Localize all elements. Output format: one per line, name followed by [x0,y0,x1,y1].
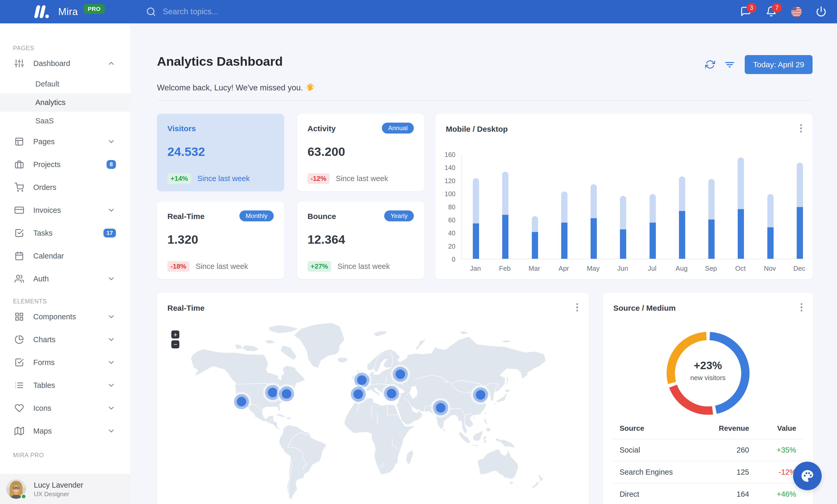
palette-icon [800,469,814,483]
sidebar-item-auth[interactable]: Auth [0,267,130,290]
user-role: UX Designer [34,490,83,498]
sliders-icon [15,59,24,68]
table-row-direct[interactable]: Direct 164 +46% [613,483,803,504]
sidebar-subitem-analytics[interactable]: Analytics [0,93,130,112]
bar-chart-y-tick: 40 [434,229,456,237]
sidebar-item-dashboard[interactable]: Dashboard [0,52,130,75]
sidebar-item-components[interactable]: Components [0,305,130,328]
sidebar-item-orders[interactable]: Orders [0,176,130,199]
map-marker-los-angeles[interactable] [232,392,251,411]
sidebar-item-maps[interactable]: Maps [0,419,130,443]
sidebar-item-tasks[interactable]: Tasks17 [0,222,130,244]
stat-card-title: Real-Time [167,212,204,221]
map-marker-madrid[interactable] [348,385,368,404]
theme-settings-fab[interactable] [793,462,822,490]
world-map[interactable] [179,322,545,501]
brand-name: Mira [58,6,78,17]
map-marker-beijing[interactable] [471,385,490,405]
header-divider [157,100,813,101]
sidebar-item-forms[interactable]: Forms [0,351,130,374]
sidebar-item-tables[interactable]: Tables [0,374,130,397]
messages-button[interactable]: 3 [740,6,752,17]
sidebar-badge-projects: 8 [107,160,116,169]
sidebar-subitem-default[interactable]: Default [0,75,130,93]
search-icon [146,7,156,17]
stat-card-2: Real-TimeMonthly 1.320 -18% Since last w… [157,202,284,279]
sidebar-item-projects[interactable]: Projects8 [0,153,130,176]
date-button[interactable]: Today: April 29 [745,55,813,74]
map-marker-new-york[interactable] [277,384,296,404]
stat-card-0[interactable]: Visitors 24.532 +14% Since last week [157,114,284,191]
stat-period-pill[interactable]: Annual [382,123,414,133]
sidebar-user[interactable]: Lucy Lavender UX Designer [0,474,130,504]
chevron-down-icon [107,427,115,435]
notifications-badge: 7 [772,3,782,13]
notifications-button[interactable]: 7 [766,6,777,17]
table-row-search-engines[interactable]: Search Engines 125 -12% [613,461,803,483]
sidebar-item-invoices[interactable]: Invoices [0,199,130,222]
stat-note: Since last week [337,262,390,271]
sidebar-item-label: Tables [33,381,55,390]
chevron-up-icon [107,59,115,68]
page-title: Analytics Dashboard [157,54,283,69]
bar-chart-x-label: May [580,264,606,273]
sidebar-subitem-saas[interactable]: SaaS [0,112,130,130]
bar-apr [561,191,567,259]
bar-chart-y-tick: 80 [434,203,456,211]
bar-jan [473,178,479,259]
sidebar: PAGES Dashboard Default Analytics SaaS P… [0,23,131,504]
map-marker-delhi[interactable] [431,398,450,417]
refresh-button[interactable] [705,59,716,70]
bar-chart-y-tick: 140 [434,164,456,171]
bar-chart-x-label: Aug [669,264,695,273]
search-input[interactable] [163,7,308,16]
shopping-cart-icon [15,183,24,192]
grid-icon [15,312,24,321]
bar-aug [679,176,685,259]
brand[interactable]: Mira PRO [34,5,105,18]
language-flag-button[interactable] [791,6,802,17]
filter-button[interactable] [725,59,735,70]
more-vertical-icon[interactable] [801,303,803,313]
mobile-desktop-chart-card: Mobile / Desktop 020406080100120140160 J… [435,114,813,279]
stat-card-1: ActivityAnnual 63.200 -12% Since last we… [297,114,424,191]
map-zoom-in-button[interactable]: + [171,331,179,338]
map-marker-istanbul[interactable] [381,384,401,403]
chevron-down-icon [107,313,115,321]
chevron-down-icon [107,404,115,412]
chevron-down-icon [107,335,115,344]
stat-card-title: Visitors [167,124,196,133]
map-zoom-out-button[interactable]: − [171,340,179,348]
briefcase-icon [15,160,24,169]
stat-delta-badge: -18% [167,261,190,272]
bar-chart-x-label: Jul [639,264,665,273]
sidebar-item-label: Pages [33,137,55,146]
sidebar-item-charts[interactable]: Charts [0,328,130,351]
map-marker-moscow[interactable] [390,365,410,384]
brand-pro-badge: PRO [84,4,105,14]
donut-slice-search-engines[interactable] [673,386,712,410]
waving-hand-icon [305,82,315,92]
navbar-search[interactable] [146,0,308,23]
sidebar-item-label: Invoices [33,206,61,214]
stat-period-pill[interactable]: Monthly [239,210,274,221]
sidebar-item-label: Components [33,313,76,321]
sidebar-item-pages[interactable]: Pages [0,130,130,153]
top-navbar: Mira PRO 3 7 [0,0,837,23]
bar-chart-y-tick: 20 [434,242,456,250]
logout-power-button[interactable] [816,6,827,17]
bar-chart [461,154,803,259]
power-icon [816,6,826,17]
table-row-social[interactable]: Social 260 +35% [613,439,803,461]
more-vertical-icon[interactable] [576,303,578,313]
sidebar-subitem-label: Analytics [35,98,66,107]
stat-period-pill[interactable]: Yearly [384,210,414,221]
sidebar-item-calendar[interactable]: Calendar [0,244,130,267]
bar-dec [797,163,803,259]
sidebar-item-icons[interactable]: Icons [0,397,130,419]
bar-jun [620,196,626,259]
more-vertical-icon[interactable] [800,124,802,134]
sidebar-item-label: Calendar [33,252,64,260]
stat-card-value: 1.320 [167,232,274,246]
calendar-icon [15,251,24,261]
